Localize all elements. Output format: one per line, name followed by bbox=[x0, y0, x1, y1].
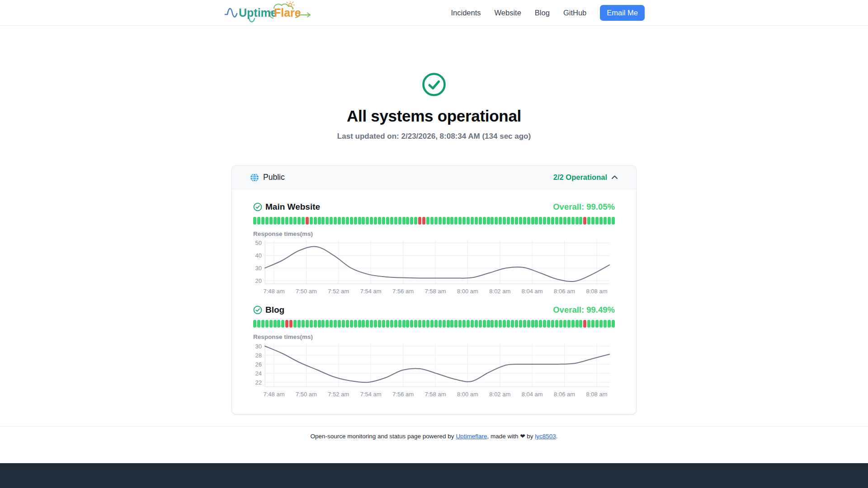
uptime-bar bbox=[571, 217, 575, 225]
group-status-badge: 2/2 Operational bbox=[553, 173, 607, 182]
uptime-bar bbox=[595, 217, 599, 225]
uptime-bar bbox=[595, 320, 599, 328]
uptime-bar bbox=[608, 217, 611, 225]
svg-text:8:06 am: 8:06 am bbox=[554, 391, 575, 398]
uptimeflare-link[interactable]: Uptimeflare bbox=[456, 433, 487, 440]
uptime-bar bbox=[350, 320, 353, 328]
uptimeflare-logo[interactable]: Uptime Flare bbox=[223, 1, 312, 24]
uptime-bar bbox=[410, 320, 413, 328]
svg-text:7:58 am: 7:58 am bbox=[425, 288, 446, 295]
uptime-bar bbox=[293, 217, 297, 225]
uptime-bar bbox=[394, 217, 397, 225]
uptime-bar bbox=[390, 217, 393, 225]
uptime-bar bbox=[531, 217, 534, 225]
uptime-bar bbox=[503, 320, 506, 328]
status-hero: All systems operational Last updated on:… bbox=[0, 26, 868, 141]
chart-title: Response times(ms) bbox=[253, 230, 615, 237]
svg-text:7:48 am: 7:48 am bbox=[264, 391, 285, 398]
uptime-bar bbox=[306, 217, 309, 225]
uptime-bar bbox=[563, 217, 566, 225]
uptime-bar bbox=[297, 217, 301, 225]
nav-link-github[interactable]: GitHub bbox=[563, 9, 586, 17]
uptime-bar bbox=[338, 217, 341, 225]
monitor-overall-uptime: Overall: 99.49% bbox=[553, 305, 615, 315]
nav-link-blog[interactable]: Blog bbox=[535, 9, 550, 17]
uptime-bar bbox=[579, 320, 582, 328]
uptime-bar bbox=[475, 217, 478, 225]
group-name-label: Public bbox=[263, 173, 285, 182]
uptime-bar bbox=[543, 320, 546, 328]
uptime-bar bbox=[350, 217, 353, 225]
uptime-bars bbox=[253, 320, 615, 328]
uptime-bar bbox=[302, 320, 305, 328]
svg-text:7:54 am: 7:54 am bbox=[360, 288, 382, 295]
uptime-bar bbox=[366, 320, 369, 328]
uptime-bar bbox=[511, 217, 514, 225]
uptime-bar bbox=[418, 320, 421, 328]
uptime-bar bbox=[450, 217, 453, 225]
uptime-bar bbox=[439, 320, 442, 328]
uptime-bar bbox=[310, 320, 313, 328]
uptime-bar bbox=[443, 217, 446, 225]
uptime-bar bbox=[398, 217, 401, 225]
uptime-bar bbox=[483, 320, 486, 328]
nav-link-incidents[interactable]: Incidents bbox=[451, 9, 481, 17]
uptime-bar bbox=[402, 217, 406, 225]
uptime-bar bbox=[269, 320, 273, 328]
uptime-bar bbox=[559, 320, 562, 328]
logo-text-uptime: Uptime bbox=[239, 6, 277, 19]
svg-text:22: 22 bbox=[255, 379, 262, 386]
uptime-bar bbox=[439, 217, 442, 225]
uptime-bar bbox=[608, 320, 611, 328]
uptime-bar bbox=[499, 217, 502, 225]
uptime-bar bbox=[430, 217, 434, 225]
uptime-bar bbox=[434, 217, 438, 225]
uptime-bar bbox=[567, 217, 571, 225]
footer: Open-source monitoring and status page p… bbox=[0, 426, 868, 447]
svg-text:30: 30 bbox=[255, 343, 262, 350]
svg-text:40: 40 bbox=[255, 252, 262, 259]
footer-text-end: . bbox=[556, 433, 558, 440]
nav-link-website[interactable]: Website bbox=[495, 9, 521, 17]
uptime-bar bbox=[326, 217, 329, 225]
uptime-bar bbox=[414, 217, 417, 225]
uptime-bar bbox=[491, 217, 494, 225]
uptime-bar bbox=[378, 320, 381, 328]
email-me-button[interactable]: Email Me bbox=[600, 5, 645, 21]
uptime-bar bbox=[314, 320, 317, 328]
uptime-bar bbox=[523, 217, 526, 225]
uptime-bar bbox=[402, 320, 406, 328]
monitor-header: Main Website Overall: 99.05% bbox=[253, 202, 615, 212]
uptime-bar bbox=[604, 217, 607, 225]
svg-text:7:50 am: 7:50 am bbox=[296, 288, 317, 295]
uptime-bar bbox=[576, 217, 579, 225]
svg-text:7:48 am: 7:48 am bbox=[264, 288, 285, 295]
chevron-up-icon bbox=[611, 175, 618, 180]
uptime-bar bbox=[293, 320, 297, 328]
monitor-header: Blog Overall: 99.49% bbox=[253, 305, 615, 315]
uptime-bar bbox=[318, 320, 321, 328]
uptime-bar bbox=[354, 217, 357, 225]
uptime-bar bbox=[422, 217, 425, 225]
uptime-bar bbox=[563, 320, 566, 328]
uptime-bar bbox=[495, 217, 498, 225]
uptime-bar bbox=[374, 217, 377, 225]
uptime-bar bbox=[467, 320, 470, 328]
svg-text:7:52 am: 7:52 am bbox=[328, 391, 349, 398]
uptime-bar bbox=[551, 320, 554, 328]
uptime-bar bbox=[334, 320, 337, 328]
uptime-bar bbox=[342, 320, 345, 328]
page-title: All systems operational bbox=[0, 107, 868, 125]
top-navigation: Uptime Flare IncidentsWebsiteBlogGitHub … bbox=[0, 0, 868, 26]
uptime-bar bbox=[587, 217, 590, 225]
svg-text:7:58 am: 7:58 am bbox=[425, 391, 446, 398]
group-toggle[interactable]: 2/2 Operational bbox=[553, 173, 618, 182]
uptime-bar bbox=[462, 320, 466, 328]
uptime-bar bbox=[462, 217, 466, 225]
uptime-bar bbox=[519, 320, 522, 328]
uptime-bar bbox=[559, 217, 562, 225]
svg-text:8:02 am: 8:02 am bbox=[489, 391, 510, 398]
author-link[interactable]: lyc8503 bbox=[535, 433, 556, 440]
uptime-bar bbox=[599, 217, 603, 225]
uptime-bar bbox=[289, 320, 292, 328]
